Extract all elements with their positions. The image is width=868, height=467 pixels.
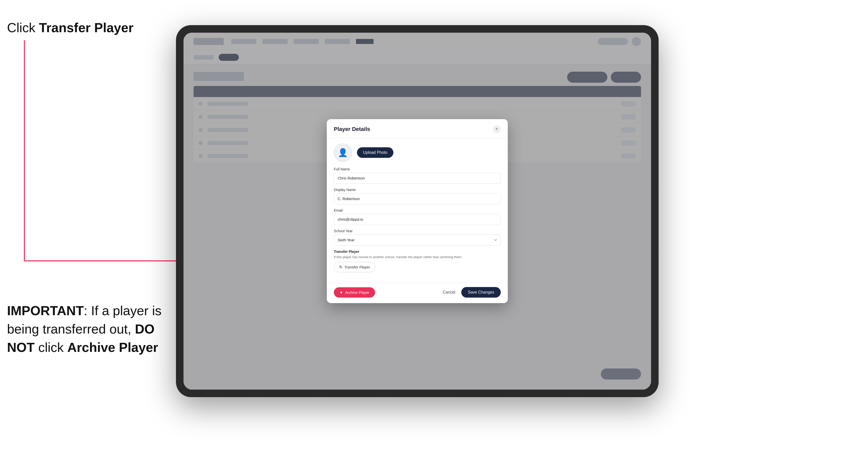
instruction-prefix: Click (7, 20, 39, 35)
important-label: IMPORTANT (7, 303, 84, 318)
instruction-bottom: IMPORTANT: If a player is being transfer… (7, 302, 178, 356)
school-year-group: School Year Sixth Year Fifth Year Fourth… (334, 229, 501, 246)
modal-title: Player Details (334, 126, 370, 132)
instruction-top: Click Transfer Player (7, 20, 133, 35)
display-name-group: Display Name (334, 188, 501, 204)
full-name-input[interactable] (334, 173, 501, 184)
do-not-text: click (35, 340, 67, 355)
modal-overlay: Player Details × 👤 Upload Photo Full Nam (184, 33, 651, 390)
transfer-player-section: Transfer Player If this player has moved… (334, 250, 501, 273)
cancel-button[interactable]: Cancel (439, 287, 459, 298)
save-changes-button[interactable]: Save Changes (461, 287, 501, 298)
email-group: Email (334, 208, 501, 225)
archive-player-button[interactable]: ▼ Archive Player (334, 287, 375, 298)
school-year-select[interactable]: Sixth Year Fifth Year Fourth Year Third … (334, 235, 501, 246)
modal-header: Player Details × (327, 119, 508, 138)
transfer-icon: ↻ (339, 264, 342, 270)
tablet-device: Player Details × 👤 Upload Photo Full Nam (176, 25, 659, 397)
archive-icon: ▼ (339, 290, 343, 294)
full-name-group: Full Name (334, 167, 501, 184)
instruction-bold: Transfer Player (39, 20, 133, 35)
full-name-label: Full Name (334, 167, 501, 171)
player-avatar: 👤 (334, 144, 352, 162)
transfer-player-button[interactable]: ↻ Transfer Player (334, 262, 375, 272)
tablet-screen: Player Details × 👤 Upload Photo Full Nam (184, 33, 651, 390)
photo-upload-row: 👤 Upload Photo (334, 144, 501, 162)
modal-body: 👤 Upload Photo Full Name Display Name (327, 138, 508, 283)
modal-footer: ▼ Archive Player Cancel Save Changes (327, 283, 508, 303)
transfer-section-label: Transfer Player (334, 250, 501, 254)
player-details-modal: Player Details × 👤 Upload Photo Full Nam (327, 119, 508, 303)
annotation-line-vertical (24, 40, 25, 261)
footer-right-actions: Cancel Save Changes (439, 287, 501, 298)
transfer-btn-label: Transfer Player (344, 265, 370, 269)
display-name-label: Display Name (334, 188, 501, 192)
modal-close-button[interactable]: × (493, 125, 501, 133)
upload-photo-button[interactable]: Upload Photo (357, 147, 394, 158)
archive-btn-label: Archive Player (345, 290, 370, 294)
email-input[interactable] (334, 214, 501, 225)
school-year-label: School Year (334, 229, 501, 233)
email-label: Email (334, 208, 501, 212)
archive-warning-label: Archive Player (67, 340, 158, 355)
avatar-icon: 👤 (338, 148, 348, 157)
transfer-section-description: If this player has moved to another scho… (334, 255, 501, 260)
display-name-input[interactable] (334, 193, 501, 204)
